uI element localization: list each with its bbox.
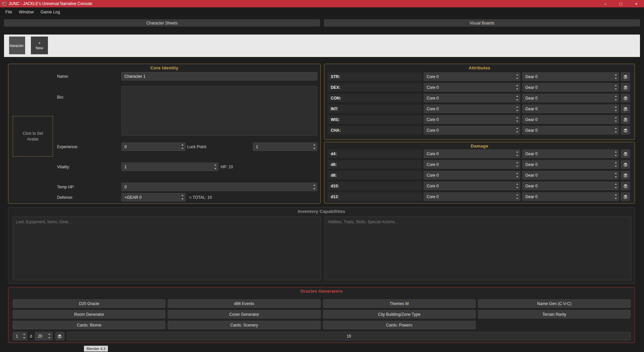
spinner-down-arrow[interactable] [516,155,518,156]
spinner-up-arrow[interactable] [516,128,518,129]
spinner-down-arrow[interactable] [516,99,518,101]
d66-events-button[interactable]: d66 Events [168,299,320,308]
core-spinner[interactable]: Core 0 [424,192,520,201]
gear-spinner[interactable]: Gear 0 [522,94,619,102]
spinner-down-arrow[interactable] [516,78,518,79]
cover-generator-button[interactable]: Cover Generator [168,310,320,318]
gear-spinner[interactable]: Gear 0 [522,192,619,201]
spinner-down-arrow[interactable] [181,148,183,149]
gear-spinner[interactable]: Gear 0 [522,160,619,169]
spinner-up-arrow[interactable] [516,106,518,108]
spinner-down-arrow[interactable] [516,131,518,133]
spinner-down-arrow[interactable] [516,166,518,167]
maximize-button[interactable]: □ [613,0,629,7]
defense-gear-spinner[interactable]: +GEAR 0 [121,193,185,201]
roll-attribute-button[interactable] [621,83,630,92]
temp-hp-spinner[interactable]: 0 [121,183,317,191]
roll-attribute-button[interactable] [621,115,630,124]
d20-oracle-button[interactable]: D20 Oracle [13,299,165,308]
tab-character-sheets[interactable]: Character Sheets [4,19,320,26]
core-spinner[interactable]: Core 0 [424,94,520,102]
avatar-placeholder[interactable]: Click to Set Avatar [13,116,53,157]
spinner-down-arrow[interactable] [615,99,617,101]
roll-attribute-button[interactable] [621,72,630,81]
spinner-down-arrow[interactable] [181,198,183,200]
spinner-up-arrow[interactable] [615,173,617,174]
bio-textarea[interactable] [121,86,317,136]
spinner-down-arrow[interactable] [23,337,25,339]
new-character-button[interactable]: + New [31,37,48,54]
spinner-down-arrow[interactable] [615,198,617,199]
gear-spinner[interactable]: Gear 0 [522,72,619,81]
spinner-up-arrow[interactable] [615,106,617,108]
core-spinner[interactable]: Core 0 [424,83,520,92]
core-spinner[interactable]: Core 0 [424,160,520,169]
roll-attribute-button[interactable] [621,126,630,134]
gear-spinner[interactable]: Gear 0 [522,150,619,158]
spinner-up-arrow[interactable] [516,162,518,163]
spinner-up-arrow[interactable] [516,74,518,75]
spinner-up-arrow[interactable] [516,183,518,185]
spinner-up-arrow[interactable] [48,334,50,335]
spinner-down-arrow[interactable] [615,176,617,178]
menu-window[interactable]: Window [15,8,37,16]
spinner-down-arrow[interactable] [516,110,518,111]
spinner-up-arrow[interactable] [181,195,183,196]
spinner-up-arrow[interactable] [615,74,617,75]
spinner-down-arrow[interactable] [615,155,617,156]
core-spinner[interactable]: Core 0 [424,105,520,113]
dice-count-spinner[interactable]: 1 [13,332,27,340]
vitality-spinner[interactable]: 1 [121,163,218,171]
gear-spinner[interactable]: Gear 0 [522,83,619,92]
spinner-down-arrow[interactable] [615,131,617,133]
spinner-up-arrow[interactable] [516,117,518,118]
dice-sides-spinner[interactable]: 20 [35,332,53,340]
roll-damage-button[interactable] [621,171,630,179]
spinner-up-arrow[interactable] [615,194,617,195]
name-input[interactable] [121,72,317,80]
terrain-rarity-button[interactable]: Terrain Rarity [478,310,631,318]
close-button[interactable]: × [629,0,644,7]
spinner-down-arrow[interactable] [313,188,315,189]
spinner-down-arrow[interactable] [615,187,617,188]
spinner-up-arrow[interactable] [615,117,617,118]
core-spinner[interactable]: Core 0 [424,150,520,158]
core-spinner[interactable]: Core 0 [424,126,520,134]
gear-spinner[interactable]: Gear 0 [522,171,619,179]
spinner-up-arrow[interactable] [615,151,617,153]
city-building-button[interactable]: City Building/Zone Type [323,310,476,318]
spinner-down-arrow[interactable] [615,110,617,111]
spinner-up-arrow[interactable] [615,162,617,163]
spinner-down-arrow[interactable] [516,89,518,90]
minimize-button[interactable]: – [598,0,613,7]
spinner-up-arrow[interactable] [516,85,518,86]
spinner-up-arrow[interactable] [23,334,25,335]
core-spinner[interactable]: Core 0 [424,115,520,124]
cards-scenery-button[interactable]: Cards: Scenery [168,321,320,329]
roll-dice-button[interactable] [55,332,64,340]
roll-attribute-button[interactable] [621,94,630,102]
spinner-up-arrow[interactable] [615,128,617,129]
spinner-up-arrow[interactable] [615,96,617,97]
spinner-down-arrow[interactable] [313,148,315,149]
spinner-down-arrow[interactable] [615,166,617,167]
experience-spinner[interactable]: 0 [121,142,185,151]
spinner-down-arrow[interactable] [516,121,518,122]
core-spinner[interactable]: Core 0 [424,72,520,81]
gear-spinner[interactable]: Gear 0 [522,126,619,134]
tab-visual-boards[interactable]: Visual Boards [324,19,640,26]
menu-game-log[interactable]: Game Log [37,8,63,16]
spinner-up-arrow[interactable] [516,194,518,195]
room-generator-button[interactable]: Room Generator [13,310,165,318]
spinner-up-arrow[interactable] [214,164,216,166]
spinner-down-arrow[interactable] [615,121,617,122]
spinner-up-arrow[interactable] [313,184,315,186]
gear-spinner[interactable]: Gear 0 [522,105,619,113]
core-spinner[interactable]: Core 0 [424,171,520,179]
spinner-down-arrow[interactable] [516,198,518,199]
themes-button[interactable]: Themes M [323,299,476,308]
cards-powers-button[interactable]: Cards: Powers [323,321,476,329]
spinner-down-arrow[interactable] [48,337,50,339]
roll-damage-button[interactable] [621,160,630,169]
roll-damage-button[interactable] [621,192,630,201]
